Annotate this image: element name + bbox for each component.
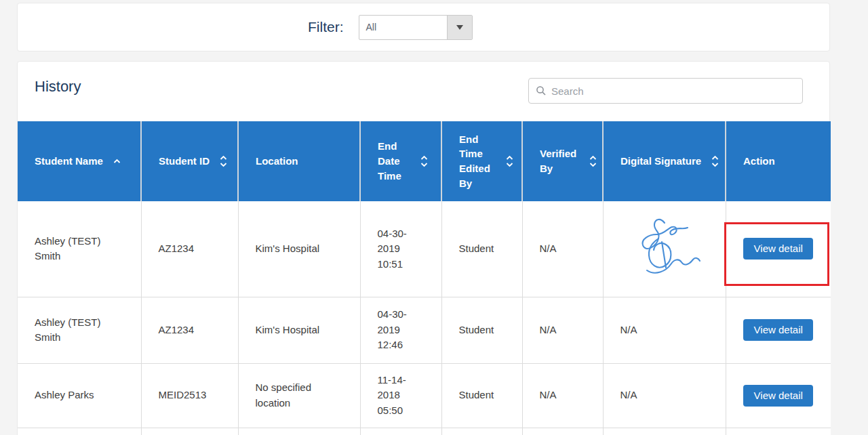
table-row: Ashley (TEST) Smith AZ1234 Kim's Hospita… xyxy=(18,297,831,363)
cell-action: View detail xyxy=(726,297,831,363)
history-table: Student Name Student ID xyxy=(18,121,831,435)
cell-student-name: Ashley Parks xyxy=(18,363,141,428)
search-box[interactable] xyxy=(528,78,803,104)
table-row: Ashley (TEST) Smith AZ1234 Kim's Hospita… xyxy=(18,201,831,297)
cell-location: No specified location xyxy=(238,363,360,428)
sort-icon xyxy=(506,155,513,167)
view-detail-button[interactable]: View detail xyxy=(743,319,813,341)
cell-end-time-edited-by: Student xyxy=(441,297,522,363)
view-detail-button[interactable]: View detail xyxy=(743,385,813,407)
cell-location: Kim's Hospital xyxy=(238,201,360,297)
table-row: Ashley Parks MEID2513 No specified locat… xyxy=(18,363,831,428)
col-header-verified-by[interactable]: Verified By xyxy=(522,121,603,201)
filter-card: Filter: All xyxy=(17,3,830,51)
col-header-student-name[interactable]: Student Name xyxy=(18,121,141,201)
sort-icon xyxy=(589,155,597,167)
search-input[interactable] xyxy=(551,85,795,97)
filter-dropdown-value: All xyxy=(359,16,447,39)
cell-digital-signature xyxy=(603,201,726,297)
cell-verified-by: N/A xyxy=(522,363,603,428)
sort-icon xyxy=(711,155,719,167)
filter-dropdown[interactable]: All xyxy=(359,15,473,40)
cell-verified-by: N/A xyxy=(522,201,603,297)
cell-digital-signature: N/A xyxy=(603,363,726,428)
cell-action: View detail xyxy=(726,201,831,297)
search-icon xyxy=(536,85,547,96)
col-header-student-id[interactable]: Student ID xyxy=(141,121,238,201)
col-header-end-time-edited-by[interactable]: End Time Edited By xyxy=(441,121,522,201)
cell-student-id: MEID2513 xyxy=(141,363,238,428)
cell-end-date-time: 04-30-2019 12:46 xyxy=(360,297,441,363)
col-header-action: Action xyxy=(726,121,831,201)
cell-digital-signature: N/A xyxy=(603,297,726,363)
cell-student-name: Ashley (TEST) Smith xyxy=(18,297,141,363)
cell-action: View detail xyxy=(726,363,831,428)
dropdown-arrow-button[interactable] xyxy=(447,16,472,39)
sort-icon xyxy=(420,155,428,167)
cell-end-time-edited-by: Student xyxy=(441,201,522,297)
cell-end-time-edited-by: Student xyxy=(441,363,522,428)
chevron-down-icon xyxy=(456,25,463,30)
sort-asc-icon xyxy=(113,155,121,167)
cell-verified-by: N/A xyxy=(522,297,603,363)
cell-student-id: AZ1234 xyxy=(141,297,238,363)
sort-icon xyxy=(220,155,227,167)
cell-end-date-time: 04-30-2019 10:51 xyxy=(360,201,441,297)
handwritten-signature-image xyxy=(627,213,703,280)
table-header-row: Student Name Student ID xyxy=(18,121,831,201)
page: Filter: All History xyxy=(0,0,868,435)
col-header-digital-signature[interactable]: Digital Signature xyxy=(603,121,726,201)
history-header: History xyxy=(18,62,829,121)
history-card: History Student Name xyxy=(17,61,830,435)
page-title: History xyxy=(35,78,81,96)
col-header-end-date-time[interactable]: End Date Time xyxy=(360,121,441,201)
cell-student-id: AZ1234 xyxy=(141,201,238,297)
cell-student-name: Ashley (TEST) Smith xyxy=(18,201,141,297)
table-row xyxy=(18,428,831,435)
view-detail-button[interactable]: View detail xyxy=(743,238,813,260)
cell-location: Kim's Hospital xyxy=(238,297,360,363)
filter-label: Filter: xyxy=(308,19,344,35)
col-header-location[interactable]: Location xyxy=(238,121,360,201)
cell-end-date-time: 11-14-2018 05:50 xyxy=(360,363,441,428)
